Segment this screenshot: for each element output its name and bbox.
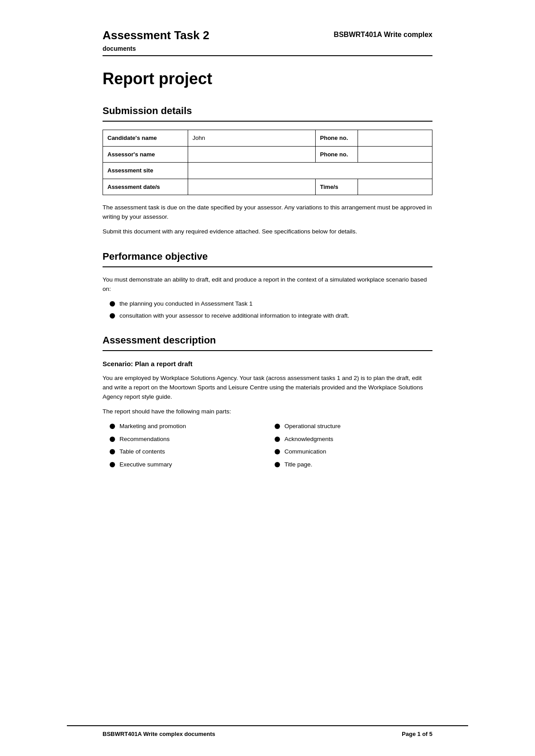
list-item: Marketing and promotion bbox=[103, 422, 268, 431]
assessors-name-value bbox=[188, 146, 315, 163]
list-item: Recommendations bbox=[103, 435, 268, 444]
list-item: Operational structure bbox=[268, 422, 432, 431]
phone-no-value-1 bbox=[358, 130, 432, 147]
list-item: consultation with your assessor to recei… bbox=[110, 311, 432, 321]
list-item: Acknowledgments bbox=[268, 435, 432, 444]
part-col1-item1: Marketing and promotion bbox=[119, 422, 186, 431]
header: Assessment Task 2 documents BSBWRT401A W… bbox=[103, 27, 432, 53]
header-subtitle: BSBWRT401A Write complex bbox=[334, 27, 432, 40]
bullet-icon bbox=[275, 462, 280, 467]
bullet-icon bbox=[110, 462, 115, 467]
part-col2-item1: Operational structure bbox=[284, 422, 341, 431]
bullet-icon bbox=[110, 424, 115, 429]
part-col2-item4: Title page. bbox=[284, 460, 313, 470]
bullet-icon bbox=[275, 449, 280, 454]
part-col1-item4: Executive summary bbox=[119, 460, 172, 470]
bullet-icon bbox=[110, 313, 115, 319]
bullet-icon bbox=[110, 449, 115, 454]
performance-intro: You must demonstrate an ability to draft… bbox=[103, 275, 432, 294]
list-item: Table of contents bbox=[103, 447, 268, 457]
assessment-description-divider bbox=[103, 350, 432, 351]
part-col1-item3: Table of contents bbox=[119, 447, 165, 457]
assessment-site-value bbox=[188, 163, 432, 179]
bullet-icon bbox=[110, 437, 115, 442]
time-label: Time/s bbox=[315, 179, 358, 195]
scenario-sub-heading: Scenario: Plan a report draft bbox=[103, 359, 432, 369]
bullet-icon bbox=[275, 424, 280, 429]
performance-heading: Performance objective bbox=[103, 249, 432, 264]
main-parts-list: Marketing and promotion Recommendations … bbox=[103, 422, 432, 474]
assessment-date-label: Assessment date/s bbox=[103, 179, 188, 195]
submission-heading: Submission details bbox=[103, 103, 432, 118]
table-row: Assessment site bbox=[103, 163, 432, 179]
list-item: Title page. bbox=[268, 460, 432, 470]
main-parts-col2: Operational structure Acknowledgments Co… bbox=[268, 422, 432, 474]
performance-divider bbox=[103, 266, 432, 267]
part-col2-item2: Acknowledgments bbox=[284, 435, 333, 444]
phone-no-label-2: Phone no. bbox=[315, 146, 358, 163]
phone-no-label-1: Phone no. bbox=[315, 130, 358, 147]
submission-section: Submission details Candidate's name John… bbox=[103, 103, 432, 237]
candidates-name-value: John bbox=[188, 130, 315, 147]
part-col1-item2: Recommendations bbox=[119, 435, 170, 444]
page-main-title: Report project bbox=[103, 67, 432, 91]
submission-divider bbox=[103, 121, 432, 122]
submission-note-1: The assessment task is due on the date s… bbox=[103, 203, 432, 222]
phone-no-value-2 bbox=[358, 146, 432, 163]
header-documents: documents bbox=[103, 44, 209, 53]
header-title-block: Assessment Task 2 documents bbox=[103, 27, 209, 53]
part-col2-item3: Communication bbox=[284, 447, 326, 457]
table-row: Assessor's name Phone no. bbox=[103, 146, 432, 163]
list-item: the planning you conducted in Assessment… bbox=[110, 299, 432, 309]
performance-section: Performance objective You must demonstra… bbox=[103, 249, 432, 321]
list-item: Communication bbox=[268, 447, 432, 457]
submission-note-2: Submit this document with any required e… bbox=[103, 227, 432, 237]
submission-table: Candidate's name John Phone no. Assessor… bbox=[103, 130, 432, 195]
bullet-text-2: consultation with your assessor to recei… bbox=[119, 311, 350, 321]
assessment-date-value bbox=[188, 179, 315, 195]
assessors-name-label: Assessor's name bbox=[103, 146, 188, 163]
assessment-desc-para2: The report should have the following mai… bbox=[103, 407, 432, 417]
performance-bullets: the planning you conducted in Assessment… bbox=[110, 299, 432, 321]
bullet-text-1: the planning you conducted in Assessment… bbox=[119, 299, 252, 309]
main-parts-col1: Marketing and promotion Recommendations … bbox=[103, 422, 268, 474]
table-row: Candidate's name John Phone no. bbox=[103, 130, 432, 147]
assessment-description-heading: Assessment description bbox=[103, 333, 432, 347]
assessment-site-label: Assessment site bbox=[103, 163, 188, 179]
time-value bbox=[358, 179, 432, 195]
assessment-desc-para1: You are employed by Workplace Solutions … bbox=[103, 374, 432, 402]
header-divider bbox=[103, 55, 432, 56]
list-item: Executive summary bbox=[103, 460, 268, 470]
candidates-name-label: Candidate's name bbox=[103, 130, 188, 147]
table-row: Assessment date/s Time/s bbox=[103, 179, 432, 195]
bullet-icon bbox=[275, 437, 280, 442]
assessment-task-title: Assessment Task 2 bbox=[103, 27, 209, 44]
bullet-icon bbox=[110, 301, 115, 306]
assessment-description-section: Assessment description Scenario: Plan a … bbox=[103, 333, 432, 473]
